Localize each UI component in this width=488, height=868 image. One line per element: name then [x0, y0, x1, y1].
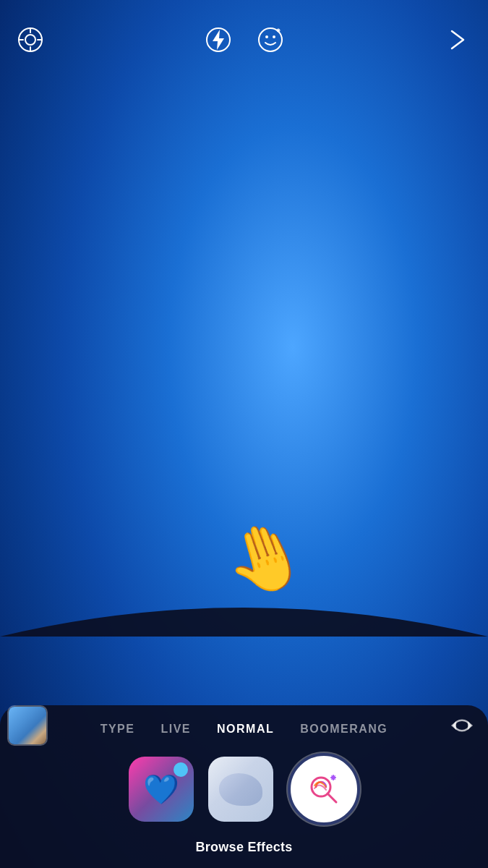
- gallery-thumbnail-image: [9, 707, 46, 744]
- browse-effects-label: Browse Effects: [0, 840, 488, 868]
- svg-line-18: [328, 793, 336, 802]
- effect-blur-button[interactable]: [208, 757, 273, 822]
- gallery-thumbnail[interactable]: [7, 705, 48, 746]
- browse-effects-button[interactable]: [288, 753, 360, 825]
- tab-type[interactable]: TYPE: [87, 718, 148, 740]
- settings-button[interactable]: [14, 24, 46, 56]
- tab-live[interactable]: LIVE: [147, 718, 204, 740]
- effect-hearts-button[interactable]: 💙: [129, 757, 194, 822]
- svg-marker-16: [451, 721, 456, 730]
- mode-tabs-row: TYPE LIVE NORMAL BOOMERANG: [0, 705, 488, 746]
- bottom-panel: TYPE LIVE NORMAL BOOMERANG 💙: [0, 705, 488, 868]
- flash-button[interactable]: [202, 24, 234, 56]
- top-center-icons: [202, 24, 286, 56]
- browse-effects-icon: [304, 770, 343, 809]
- top-toolbar: [0, 0, 488, 65]
- next-button[interactable]: [442, 24, 474, 56]
- browse-effects-inner: [292, 757, 356, 821]
- svg-point-9: [265, 35, 268, 38]
- tab-boomerang[interactable]: BOOMERANG: [287, 718, 401, 740]
- face-effects-button[interactable]: [254, 24, 286, 56]
- wave-decoration: [0, 579, 488, 637]
- svg-point-10: [273, 35, 275, 38]
- flip-camera-button[interactable]: [446, 710, 478, 741]
- tab-normal[interactable]: NORMAL: [204, 718, 287, 740]
- hearts-emoji: 💙: [143, 773, 179, 807]
- effects-row: 💙: [0, 746, 488, 840]
- svg-point-1: [25, 35, 35, 45]
- svg-marker-7: [213, 30, 224, 50]
- blur-blob: [219, 773, 262, 806]
- svg-marker-15: [468, 721, 473, 730]
